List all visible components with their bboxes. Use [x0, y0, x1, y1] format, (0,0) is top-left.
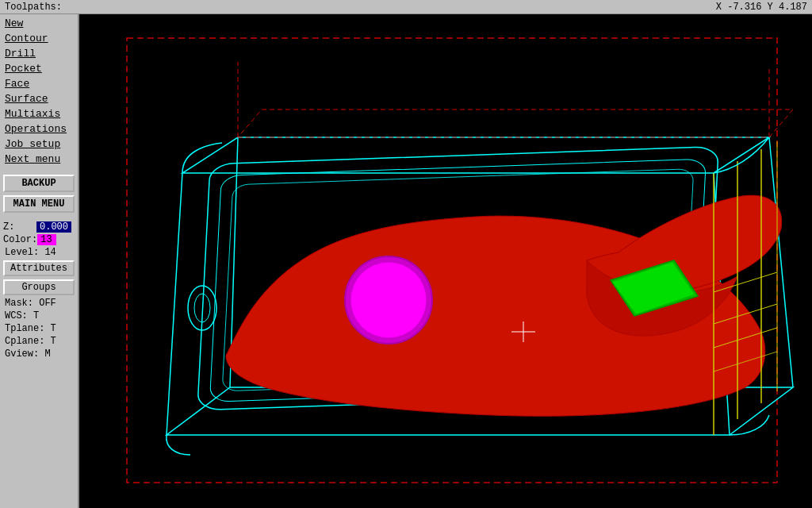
- sidebar: New Contour Drill Pocket Face Surface Mu…: [0, 14, 79, 508]
- title-bar: Toolpaths: X -7.316 Y 4.187: [0, 0, 812, 14]
- tplane-label: Tplane: T: [0, 322, 78, 335]
- viewport[interactable]: [79, 14, 812, 508]
- backup-button[interactable]: BACKUP: [3, 175, 75, 192]
- cplane-label: Cplane: T: [0, 335, 78, 348]
- z-value[interactable]: 0.000: [36, 221, 71, 233]
- color-field: Color: 13: [0, 233, 78, 246]
- 3d-scene: [79, 14, 812, 508]
- color-label: Color:: [3, 234, 37, 245]
- title-text: Toolpaths:: [5, 2, 62, 13]
- menu-face[interactable]: Face: [0, 76, 78, 91]
- menu-surface[interactable]: Surface: [0, 91, 78, 106]
- menu-pocket[interactable]: Pocket: [0, 61, 78, 76]
- level-label: Level: 14: [0, 246, 78, 259]
- main-menu-button[interactable]: MAIN MENU: [3, 195, 75, 213]
- svg-point-14: [350, 262, 427, 338]
- menu-job-setup[interactable]: Job setup: [0, 137, 78, 152]
- wcs-label: WCS: T: [0, 310, 78, 322]
- groups-button[interactable]: Groups: [3, 279, 75, 295]
- gview-label: Gview: M: [0, 348, 78, 360]
- main-area: New Contour Drill Pocket Face Surface Mu…: [0, 14, 812, 508]
- menu-operations[interactable]: Operations: [0, 121, 78, 137]
- coord-display: X -7.316 Y 4.187: [716, 2, 807, 13]
- menu-next-menu[interactable]: Next menu: [0, 152, 78, 167]
- menu-multiaxis[interactable]: Multiaxis: [0, 106, 78, 121]
- menu-drill[interactable]: Drill: [0, 46, 78, 61]
- z-label: Z:: [3, 221, 36, 233]
- attributes-button[interactable]: Attributes: [3, 260, 75, 276]
- menu-new[interactable]: New: [0, 16, 78, 31]
- menu-contour[interactable]: Contour: [0, 31, 78, 46]
- z-field: Z: 0.000: [0, 221, 78, 233]
- color-value[interactable]: 13: [37, 234, 56, 245]
- mask-label: Mask: OFF: [0, 297, 78, 310]
